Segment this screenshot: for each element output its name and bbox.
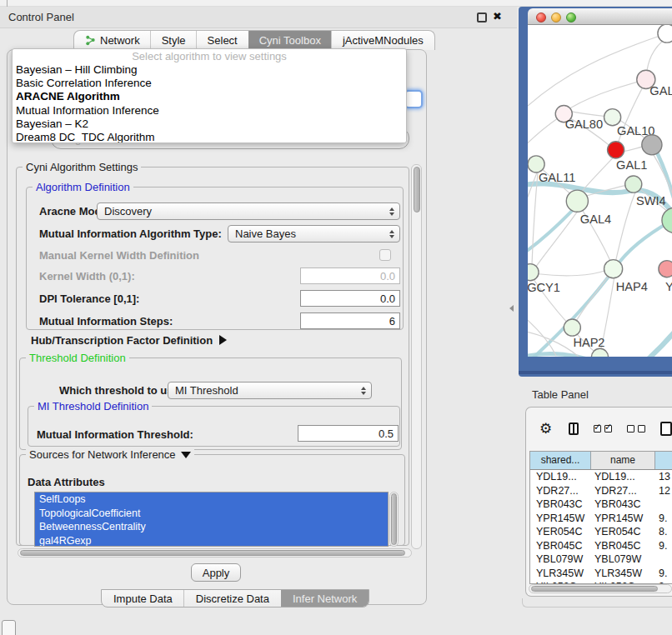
table-row[interactable]: YBL079WYBL079W xyxy=(530,552,672,567)
document-icon[interactable] xyxy=(660,422,672,436)
column-header-name[interactable]: name xyxy=(590,452,654,469)
screen: Control Panel ✖ NetworkStyleSelectCyni T… xyxy=(0,0,672,635)
table-cell: YPR145W xyxy=(530,512,590,526)
scrollbar-thumb[interactable] xyxy=(414,167,420,212)
node-label-gcy1: GCY1 xyxy=(528,281,560,294)
dropdown-item-bayesian-k2[interactable]: Bayesian – K2 xyxy=(13,118,406,131)
tab-cyni-toolbox[interactable]: Cyni Toolbox xyxy=(248,31,332,50)
mi-steps-field[interactable]: 6 xyxy=(300,312,400,329)
network-node-gal4[interactable] xyxy=(566,190,588,212)
attribute-item-betweennesscentrality[interactable]: BetweennessCentrality xyxy=(35,520,388,534)
table-header-row: shared...nameA xyxy=(530,452,672,470)
scrollbar-thumb[interactable] xyxy=(531,586,658,592)
network-node-hap4[interactable] xyxy=(604,260,623,278)
network-node-gal11[interactable] xyxy=(528,156,544,172)
network-node[interactable] xyxy=(591,348,608,357)
dropdown-item-aracne-algorithm[interactable]: ARACNE Algorithm xyxy=(13,90,406,103)
collapse-down-icon xyxy=(181,452,191,458)
close-icon[interactable]: ✖ xyxy=(493,10,502,22)
settings-horizontal-scrollbar[interactable] xyxy=(18,548,412,558)
table-cell: YDR27... xyxy=(530,484,590,498)
table-row[interactable]: YER054CYER054C8. xyxy=(530,525,672,539)
column-header-shared-[interactable]: shared... xyxy=(530,452,590,469)
table-row[interactable]: YDL19...YDL19...13 xyxy=(530,470,672,484)
split-pane-handle-icon[interactable] xyxy=(509,305,514,312)
mi-threshold-definition-group: MI Threshold Definition Mutual Informati… xyxy=(28,406,400,447)
table-cell: 13 xyxy=(654,470,672,484)
column-header-a[interactable]: A xyxy=(654,452,672,469)
kernel-width-field[interactable]: 0.0 xyxy=(300,268,400,284)
algorithm-combo-focus-ring[interactable] xyxy=(404,90,423,108)
tab-label: Network xyxy=(100,34,140,47)
float-icon[interactable] xyxy=(477,12,487,22)
table-cell: YDL19... xyxy=(530,470,590,484)
table-row[interactable]: YPR145WYPR145W9. xyxy=(530,512,672,526)
mi-threshold-field[interactable]: 0.5 xyxy=(298,425,399,442)
table-row[interactable]: YBR045CYBR045C9. xyxy=(530,539,672,553)
bottom-tab-impute-data[interactable]: Impute Data xyxy=(102,590,184,607)
minimized-panel-icon[interactable] xyxy=(2,620,16,635)
network-node-gal1[interactable] xyxy=(608,142,624,158)
dropdown-item-basic-correlation-inference[interactable]: Basic Correlation Inference xyxy=(13,77,406,90)
network-node-gcy1[interactable] xyxy=(528,264,539,281)
control-panel: Control Panel ✖ NetworkStyleSelectCyni T… xyxy=(0,7,517,611)
dropdown-item-dream8-dc-tdc-algorithm[interactable]: Dream8 DC_TDC Algorithm xyxy=(13,131,406,143)
attribute-item-topologicalcoefficient[interactable]: TopologicalCoefficient xyxy=(35,507,388,521)
manual-kernel-checkbox[interactable] xyxy=(379,249,391,261)
cyni-algorithm-settings-group: Cyni Algorithm Settings Algorithm Defini… xyxy=(16,167,409,546)
minimize-traffic-light-icon[interactable] xyxy=(551,12,561,22)
tab-label: Style xyxy=(162,34,186,47)
sources-group-title[interactable]: Sources for Network Inference xyxy=(26,448,194,461)
control-panel-title: Control Panel xyxy=(8,11,74,23)
settings-vertical-scrollbar[interactable] xyxy=(411,164,422,549)
tab-network[interactable]: Network xyxy=(74,31,151,50)
select-all-icon[interactable] xyxy=(594,425,612,432)
data-attributes-label: Data Attributes xyxy=(28,476,105,488)
attribute-item-gal4rgexp[interactable]: gal4RGexp xyxy=(35,534,388,548)
table-horizontal-scrollbar[interactable] xyxy=(529,584,672,593)
dropdown-item-mutual-information-inference[interactable]: Mutual Information Inference xyxy=(13,104,406,118)
zoom-traffic-light-icon[interactable] xyxy=(566,12,576,22)
mi-type-combo[interactable]: Naive Bayes xyxy=(228,225,400,242)
deselect-all-icon[interactable] xyxy=(627,425,645,432)
attributes-list-vertical-scrollbar[interactable] xyxy=(389,492,399,547)
table-cell: 8. xyxy=(654,525,672,539)
network-node-hap2[interactable] xyxy=(564,319,580,336)
node-label-gal80: GAL80 xyxy=(565,118,603,131)
table-cell xyxy=(654,552,672,567)
sources-group: Sources for Network Inference Data Attri… xyxy=(19,454,405,546)
network-canvas[interactable]: GALGAL80GAL10GAL1GAL11SWI4GAL4HAP4YGCY1H… xyxy=(528,25,672,357)
table-row[interactable]: YBR043CYBR043C xyxy=(530,498,672,512)
tab-label: Select xyxy=(208,34,238,47)
network-node[interactable] xyxy=(662,208,672,232)
network-node-swi4[interactable] xyxy=(625,176,642,192)
apply-button[interactable]: Apply xyxy=(191,563,241,582)
tab-style[interactable]: Style xyxy=(151,31,197,50)
aracne-mode-combo[interactable]: Discovery xyxy=(97,202,400,220)
aracne-mode-value: Discovery xyxy=(104,205,152,218)
bottom-tab-discretize-data[interactable]: Discretize Data xyxy=(184,590,281,607)
which-threshold-combo[interactable]: MI Threshold xyxy=(168,382,372,399)
network-node[interactable] xyxy=(642,135,662,155)
network-window-titlebar[interactable] xyxy=(528,8,672,25)
table-row[interactable]: YLR345WYLR345W9. xyxy=(530,567,672,581)
split-columns-icon[interactable] xyxy=(569,422,579,435)
tab-select[interactable]: Select xyxy=(197,31,248,50)
network-node-gal10[interactable] xyxy=(604,109,621,126)
close-traffic-light-icon[interactable] xyxy=(536,12,546,22)
mi-type-label: Mutual Information Algorithm Type: xyxy=(39,228,222,240)
tab-jactivemnodules[interactable]: jActiveMNodules xyxy=(332,31,434,50)
bottom-tab-infer-network[interactable]: Infer Network xyxy=(281,590,369,607)
gear-icon[interactable]: ⚙ xyxy=(539,422,552,436)
hub-definition-toggle[interactable]: Hub/Transcription Factor Definition xyxy=(31,334,227,347)
table-row[interactable]: YDR27...YDR27...12 xyxy=(530,484,672,498)
network-node[interactable] xyxy=(658,25,672,42)
dpi-tolerance-field[interactable]: 0.0 xyxy=(300,290,400,307)
network-node-y[interactable] xyxy=(659,261,672,278)
dropdown-item-bayesian-hill-climbing[interactable]: Bayesian – Hill Climbing xyxy=(13,63,406,77)
scrollbar-thumb[interactable] xyxy=(391,493,397,545)
attribute-item-selfloops[interactable]: SelfLoops xyxy=(35,492,388,507)
threshold-definition-group: Threshold Definition Which threshold to … xyxy=(19,358,402,450)
scrollbar-thumb[interactable] xyxy=(20,550,405,556)
table-cell: YBR043C xyxy=(530,498,590,512)
